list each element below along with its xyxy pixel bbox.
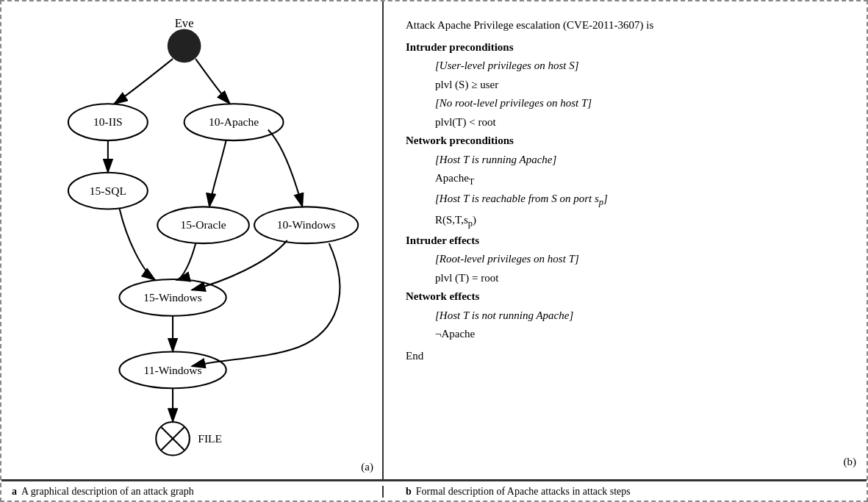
eve-label: Eve bbox=[175, 16, 194, 30]
intruder-effects-items: [Root-level privileges on host T] plvl (… bbox=[406, 250, 844, 287]
intruder-effects-header: Intruder effects bbox=[406, 232, 844, 251]
attack-graph-svg: Eve 10-IIS 10-Apache 15-SQL 15-Oracle 10… bbox=[9, 9, 375, 472]
ip-item-1: [User-level privileges on host S] bbox=[435, 57, 844, 76]
intruder-preconditions-header: Intruder preconditions bbox=[406, 38, 844, 57]
iis-label: 10-IIS bbox=[93, 115, 123, 128]
windows10-label: 10-Windows bbox=[277, 218, 336, 231]
right-panel-label: (b) bbox=[844, 453, 857, 472]
ip-item-3: [No root-level privileges on host T] bbox=[435, 94, 844, 113]
network-preconditions-header: Network preconditions bbox=[406, 132, 844, 151]
caption-left: a A graphical description of an attack g… bbox=[1, 486, 384, 498]
windows15-label: 15-Windows bbox=[143, 291, 202, 304]
ie-item-2: plvl (T) = root bbox=[435, 269, 844, 288]
caption-bar: a A graphical description of an attack g… bbox=[1, 480, 867, 501]
network-effects-header: Network effects bbox=[406, 287, 844, 306]
left-panel-label: (a) bbox=[361, 461, 373, 473]
ne-item-1: [Host T is not running Apache] bbox=[435, 306, 844, 326]
arrow-eve-iis bbox=[114, 59, 173, 104]
intruder-preconditions-items: [User-level privileges on host S] plvl (… bbox=[406, 57, 844, 132]
end-label: End bbox=[406, 347, 844, 366]
attack-title: Attack Apache Privilege escalation (CVE-… bbox=[406, 16, 844, 35]
apache-label: 10-Apache bbox=[209, 115, 259, 128]
file-label: FILE bbox=[198, 432, 222, 445]
caption-right: b Formal description of Apache attacks i… bbox=[384, 486, 867, 498]
network-preconditions-items: [Host T is running Apache] ApacheT [Host… bbox=[406, 151, 844, 232]
arrow-eve-apache bbox=[196, 59, 230, 104]
oracle-label: 15-Oracle bbox=[180, 218, 226, 231]
sql-label: 15-SQL bbox=[90, 184, 126, 197]
ip-item-2: plvl (S) ≥ user bbox=[435, 76, 844, 95]
ip-item-4: plvl(T) < root bbox=[435, 113, 844, 132]
caption-left-text: A graphical description of an attack gra… bbox=[21, 486, 194, 498]
ne-item-2: ¬Apache bbox=[435, 325, 844, 344]
caption-right-label: b bbox=[406, 486, 412, 498]
arrow-sql-windows15 bbox=[119, 208, 155, 280]
ie-item-1: [Root-level privileges on host T] bbox=[435, 250, 844, 269]
main-content: Eve 10-IIS 10-Apache 15-SQL 15-Oracle 10… bbox=[1, 1, 867, 480]
right-panel: Attack Apache Privilege escalation (CVE-… bbox=[384, 1, 867, 479]
arrow-oracle-windows15 bbox=[176, 243, 196, 280]
np-item-3: [Host T is reachable from S on port sp] bbox=[435, 190, 844, 210]
np-item-4: R(S,T,sp) bbox=[435, 211, 844, 232]
arrow-apache-oracle bbox=[209, 140, 226, 207]
np-item-1: [Host T is running Apache] bbox=[435, 151, 844, 170]
arrow-windows10-windows11-curved bbox=[192, 243, 340, 366]
eve-node bbox=[168, 29, 201, 63]
arrow-apache-windows10 bbox=[268, 130, 303, 207]
network-effects-items: [Host T is not running Apache] ¬Apache bbox=[406, 306, 844, 344]
left-panel: Eve 10-IIS 10-Apache 15-SQL 15-Oracle 10… bbox=[1, 1, 384, 479]
caption-right-text: Formal description of Apache attacks in … bbox=[416, 486, 631, 498]
caption-left-label: a bbox=[12, 486, 17, 498]
np-item-2: ApacheT bbox=[435, 169, 844, 190]
